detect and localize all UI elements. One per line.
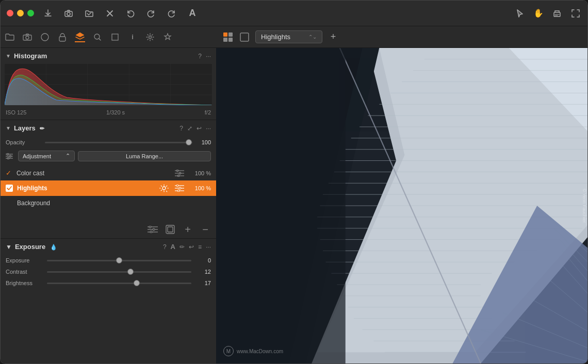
crop-icon[interactable] <box>110 32 120 42</box>
exposure-help[interactable]: ? <box>163 243 167 251</box>
highlights-panel-selector[interactable]: Highlights ⌃⌄ <box>255 30 322 43</box>
svg-rect-94 <box>216 48 346 363</box>
highlights-chevrons-icon: ⌃⌄ <box>308 34 317 40</box>
layer-item-colorcast[interactable]: ✓ Color cast 100 % <box>1 166 216 180</box>
image-toolbar: Highlights ⌃⌄ + <box>216 26 587 48</box>
info-icon[interactable]: i <box>127 32 138 42</box>
main-layout: i ▼ Histogram <box>1 26 587 363</box>
camera-small-icon[interactable] <box>22 32 32 42</box>
redo-icon[interactable] <box>166 8 177 19</box>
hand-tool-icon[interactable]: ✋ <box>533 8 544 19</box>
highlights-sun-icon <box>159 184 169 192</box>
layers-link[interactable]: ⤢ <box>187 125 192 132</box>
camera-icon[interactable] <box>63 8 74 19</box>
open-folder-icon[interactable] <box>84 8 95 19</box>
undo-icon[interactable] <box>125 8 136 19</box>
layers-menu[interactable]: ··· <box>206 125 211 132</box>
layers-section: ▼ Layers ✏ ? ⤢ ↩ ··· Opacity <box>1 120 216 239</box>
svg-point-27 <box>179 172 181 174</box>
svg-rect-45 <box>228 32 233 37</box>
close-x-icon[interactable] <box>104 8 116 19</box>
exposure-pencil[interactable]: ✏ <box>179 243 185 251</box>
exposure-chevron[interactable]: ▼ <box>6 243 12 251</box>
layer-item-background[interactable]: Background <box>1 196 216 210</box>
svg-rect-47 <box>228 38 233 42</box>
background-name: Background <box>17 200 211 207</box>
exposure-thumb[interactable] <box>116 257 122 263</box>
maximize-button[interactable] <box>27 10 34 16</box>
svg-point-41 <box>150 231 152 233</box>
layers-add-btn[interactable]: + <box>182 224 193 235</box>
layers-grid-btn[interactable] <box>165 224 176 235</box>
search-icon[interactable] <box>92 32 103 42</box>
svg-point-26 <box>176 170 178 172</box>
layers-remove-btn[interactable]: − <box>200 224 211 235</box>
lock-icon[interactable] <box>57 32 68 42</box>
svg-rect-8 <box>112 34 118 40</box>
exposure-header: ▼ Exposure 💧 ? A ✏ ↩ ≡ ··· <box>1 239 216 255</box>
adjustment-dropdown[interactable]: Adjustment ⌃ <box>18 151 75 161</box>
exposure-value: 0 <box>195 257 211 263</box>
brightness-slider[interactable] <box>47 283 191 284</box>
svg-point-21 <box>9 155 11 157</box>
circle-icon[interactable] <box>40 32 50 42</box>
opacity-row: Opacity 100 <box>1 136 216 148</box>
folder-icon[interactable] <box>5 32 15 42</box>
frame-view-btn[interactable] <box>239 31 250 43</box>
layers-chevron[interactable]: ▼ <box>6 125 11 131</box>
exposure-slider[interactable] <box>47 260 191 261</box>
download-icon[interactable] <box>42 8 54 19</box>
brightness-value: 17 <box>195 280 211 286</box>
exposure-list[interactable]: ≡ <box>198 243 202 251</box>
opacity-value: 100 <box>195 139 211 145</box>
gear-icon[interactable] <box>145 32 155 42</box>
fullscreen-icon[interactable] <box>570 8 581 19</box>
svg-point-22 <box>7 157 9 159</box>
grid-view-btn[interactable] <box>222 31 234 43</box>
contrast-value: 12 <box>195 269 211 275</box>
adjustment-row: Adjustment ⌃ Luma Range... <box>1 148 216 163</box>
exposure-auto[interactable]: A <box>171 243 175 251</box>
close-button[interactable] <box>7 10 13 16</box>
layers-undo[interactable]: ↩ <box>197 125 202 132</box>
print-icon[interactable] <box>551 8 563 19</box>
layers-icon[interactable] <box>75 32 85 42</box>
histogram-help[interactable]: ? <box>198 53 202 60</box>
histogram-title: Histogram <box>14 52 195 60</box>
highlights-checkbox[interactable] <box>6 185 13 192</box>
layer-item-highlights[interactable]: Highlights 100 % <box>1 180 216 196</box>
histogram-menu[interactable]: ··· <box>206 53 211 60</box>
layers-sliders-btn[interactable] <box>147 224 158 235</box>
minimize-button[interactable] <box>17 10 24 16</box>
cursor-tool-icon[interactable] <box>514 8 526 19</box>
exposure-label: Exposure <box>6 257 43 263</box>
plugin-icon[interactable] <box>162 32 173 42</box>
opacity-label: Opacity <box>6 139 42 145</box>
histogram-header: ▼ Histogram ? ··· <box>1 48 216 64</box>
histogram-info: ISO 125 1/320 s f/2 <box>1 108 216 120</box>
exposure-menu[interactable]: ··· <box>206 243 211 251</box>
titlebar: A ✋ <box>1 1 587 26</box>
svg-point-39 <box>149 226 151 228</box>
contrast-slider[interactable] <box>47 271 191 273</box>
add-panel-btn[interactable]: + <box>328 31 339 43</box>
contrast-thumb[interactable] <box>127 269 134 275</box>
histogram-chevron[interactable]: ▼ <box>6 53 11 59</box>
text-tool-icon[interactable]: A <box>187 8 198 19</box>
opacity-thumb[interactable] <box>186 139 192 145</box>
traffic-lights <box>7 10 34 16</box>
titlebar-right: ✋ <box>514 8 581 19</box>
brightness-thumb[interactable] <box>134 280 140 286</box>
opacity-slider[interactable] <box>45 142 192 143</box>
layers-spacer <box>1 210 216 221</box>
undo2-icon[interactable] <box>145 8 157 19</box>
layers-help[interactable]: ? <box>179 125 183 132</box>
colorcast-name: Color cast <box>17 170 171 177</box>
luma-range-button[interactable]: Luma Range... <box>78 151 211 161</box>
exposure-undo[interactable]: ↩ <box>189 243 194 251</box>
svg-rect-46 <box>223 38 227 42</box>
svg-rect-6 <box>59 37 66 41</box>
highlights-mixer-icon <box>175 185 184 192</box>
sliders-icon <box>6 153 13 159</box>
watermark: M www.MacDown.com <box>223 346 283 356</box>
